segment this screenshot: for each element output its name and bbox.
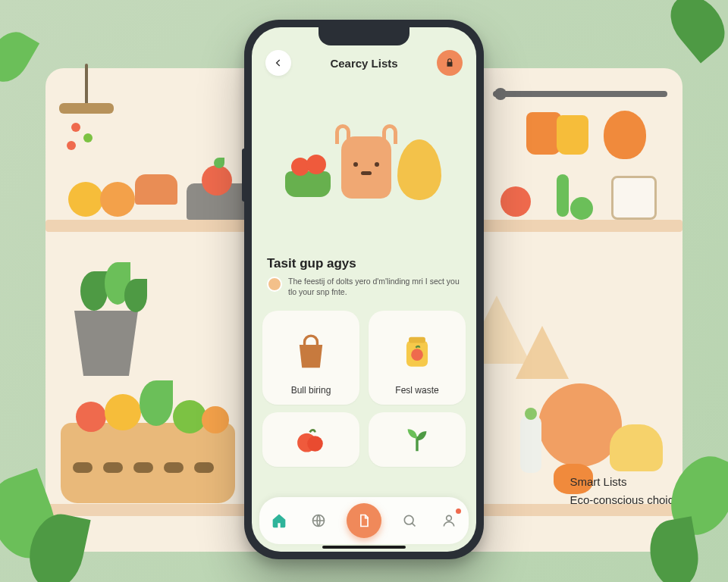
leek-icon [557,174,569,217]
apple-icon [202,165,232,196]
leaf-icon [124,279,147,312]
squash-icon [610,424,663,471]
orange-icon [202,406,229,433]
category-card-bulk[interactable]: Bull biring [262,311,359,405]
berry-icon [83,133,93,142]
home-indicator [322,546,406,549]
basket-slot-icon [164,462,184,473]
hanger-rod [85,64,88,109]
hero-illustration [252,82,476,256]
rail-cap-icon [494,88,507,100]
section-subtitle: The feestij of dolts yero d'm'linding mr… [288,276,461,297]
orange-icon [105,394,141,430]
search-icon [402,513,417,528]
foreground-leaf-icon [660,0,728,63]
apple-icon [271,421,350,458]
apple-green-icon [570,197,593,220]
section-title: Tasit gup agys [267,256,461,271]
caption-line-1: Smart Lists [570,473,686,492]
home-icon [271,513,287,528]
basket-slot-icon [133,462,153,473]
back-button[interactable] [265,50,291,76]
tomato-icon [500,186,531,217]
nav-explore[interactable] [307,509,330,532]
svg-point-8 [447,515,452,521]
bottom-nav [259,497,469,544]
document-icon [356,513,372,528]
nav-profile[interactable] [438,509,460,532]
jar-icon [378,320,457,385]
basket-icon [135,174,177,205]
phone-notch [318,27,410,45]
category-card-plant[interactable] [369,412,466,467]
bag-icon [557,115,588,155]
mango-icon [397,139,441,200]
card-label: Bull biring [291,385,331,396]
berry-icon [71,123,80,132]
bag-character-icon [341,136,391,199]
svg-point-2 [411,349,423,361]
foreground-leaf-icon [0,24,39,89]
sprout-icon [378,421,457,458]
tomato-icon [76,402,106,432]
nav-add[interactable] [347,503,381,538]
avatar-icon [267,277,282,292]
notification-badge [456,508,461,514]
chevron-left-icon [273,58,284,68]
leaf-icon [80,271,108,311]
bottle-icon [520,415,541,473]
svg-point-6 [404,515,413,524]
sack-icon [604,111,646,159]
phone-screen: Cearcy Lists Tasit gup agys [252,27,476,552]
svg-line-7 [412,523,415,526]
page-title: Cearcy Lists [330,57,397,70]
bottle-cap-icon [525,408,537,420]
category-card-produce[interactable] [262,412,359,467]
globe-icon [311,513,326,528]
category-grid-row2 [262,412,466,467]
basket-slot-icon [194,462,214,473]
tomato-icon [306,155,326,174]
lock-button[interactable] [437,50,463,76]
basket-slot-icon [103,462,123,473]
basket-slot-icon [73,462,93,473]
lock-icon [444,58,455,68]
nav-home[interactable] [268,509,290,532]
category-card-waste[interactable]: Fesl waste [369,311,466,405]
phone-frame: Cearcy Lists Tasit gup agys [244,20,484,559]
caption-line-2: Eco-conscious choices [570,491,686,510]
svg-point-4 [307,436,323,452]
svg-rect-1 [409,337,425,343]
hanger-bar [59,103,114,114]
category-grid: Bull biring Fesl waste [262,311,466,405]
leaf-icon [214,158,224,168]
profile-icon [441,513,457,528]
berry-icon [67,141,76,150]
rail-icon [493,91,667,97]
jar-icon [611,176,657,220]
fruit-icon [68,182,103,217]
fruit-icon [100,182,135,217]
bowl-icon [285,171,331,197]
section-header: Tasit gup agys The feestij of dolts yero… [252,256,476,297]
nav-search[interactable] [398,509,421,532]
pot-icon [68,311,144,376]
shopping-bag-icon [271,320,350,385]
marketing-caption: Smart Lists Eco-conscious choices [570,473,686,511]
lettuce-icon [140,380,173,426]
card-label: Fesl waste [395,385,438,396]
